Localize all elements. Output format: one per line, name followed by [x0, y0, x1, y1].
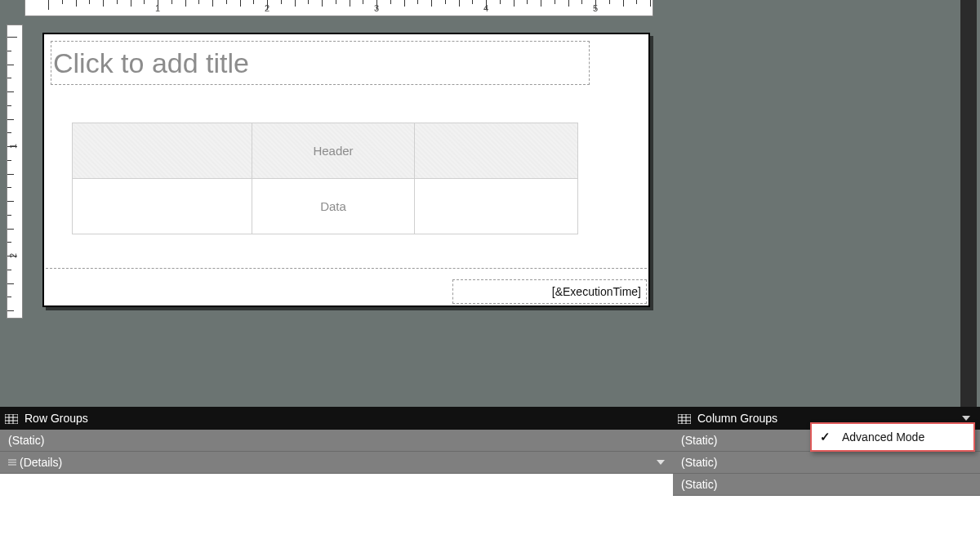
- ruler-label: 2: [8, 253, 18, 258]
- row-group-item[interactable]: (Details): [0, 452, 673, 474]
- column-groups-title: Column Groups: [697, 412, 777, 425]
- column-groups-menu[interactable]: ✓ Advanced Mode: [810, 422, 975, 452]
- tablix-data-row[interactable]: Data: [73, 179, 578, 234]
- column-group-label: (Static): [681, 478, 717, 491]
- row-groups-title: Row Groups: [24, 412, 88, 425]
- row-group-item[interactable]: (Static): [0, 430, 673, 452]
- row-groups-header[interactable]: Row Groups: [0, 407, 673, 430]
- row-group-label: (Details): [20, 456, 62, 469]
- ruler-label: 3: [374, 3, 379, 13]
- svg-rect-0: [5, 414, 18, 424]
- footer-expression: [&ExecutionTime]: [552, 285, 641, 298]
- column-group-label: (Static): [681, 434, 717, 447]
- ruler-label: 4: [483, 3, 488, 13]
- table-icon: [5, 413, 18, 423]
- tablix-cell[interactable]: Header: [252, 123, 415, 179]
- tablix-cell[interactable]: [415, 179, 578, 234]
- ruler-label: 1: [155, 3, 160, 13]
- footer-execution-time-textbox[interactable]: [&ExecutionTime]: [452, 279, 647, 304]
- report-design-surface[interactable]: Click to add title Header Data [&Executi…: [42, 33, 650, 307]
- tablix-cell[interactable]: [73, 123, 252, 179]
- chevron-down-icon[interactable]: [657, 460, 665, 465]
- row-group-label: (Static): [8, 434, 44, 447]
- ruler-label: 2: [265, 3, 270, 13]
- details-lines-icon: [8, 458, 16, 466]
- table-icon: [678, 413, 691, 423]
- tablix-cell[interactable]: Data: [252, 179, 415, 234]
- report-title-textbox[interactable]: Click to add title: [51, 41, 590, 85]
- tablix[interactable]: Header Data: [72, 123, 578, 234]
- svg-rect-5: [678, 414, 691, 424]
- column-group-item[interactable]: (Static): [673, 474, 980, 496]
- row-groups-panel[interactable]: (Static) (Details): [0, 430, 673, 553]
- chevron-down-icon[interactable]: [962, 416, 970, 421]
- menu-item-advanced-mode[interactable]: Advanced Mode: [842, 430, 924, 444]
- right-panel-strip: [960, 0, 977, 408]
- column-group-label: (Static): [681, 456, 717, 469]
- column-group-item[interactable]: (Static): [673, 452, 980, 474]
- check-icon: ✓: [820, 430, 831, 444]
- ruler-label: 5: [593, 3, 598, 13]
- tablix-cell[interactable]: [73, 179, 252, 234]
- vertical-ruler: 12: [7, 25, 23, 319]
- report-title-placeholder: Click to add title: [53, 47, 249, 79]
- tablix-cell[interactable]: [415, 123, 578, 179]
- ruler-label: 1: [8, 144, 18, 149]
- horizontal-ruler: 12345: [24, 0, 653, 16]
- body-footer-divider: [46, 268, 647, 269]
- tablix-header-row[interactable]: Header: [73, 123, 578, 179]
